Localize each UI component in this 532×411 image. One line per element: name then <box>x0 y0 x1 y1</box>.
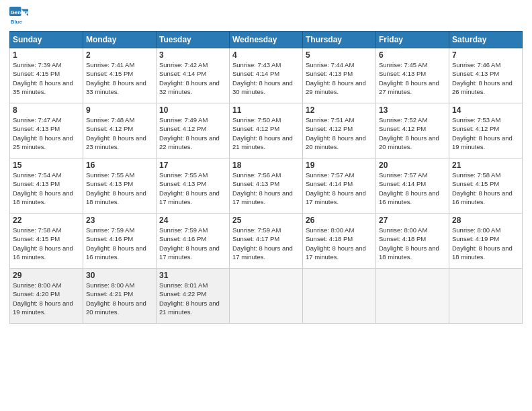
sunrise-label: Sunrise: 7:51 AM <box>306 116 354 124</box>
day-number: 28 <box>452 216 519 225</box>
sunrise-label: Sunrise: 7:57 AM <box>379 171 427 179</box>
sunrise-label: Sunrise: 8:00 AM <box>86 281 134 289</box>
sunrise-label: Sunrise: 8:00 AM <box>306 226 354 234</box>
day-number: 9 <box>86 105 153 115</box>
calendar-day-header: Thursday <box>303 32 376 48</box>
calendar-cell: 25 Sunrise: 7:59 AM Sunset: 4:17 PM Dayl… <box>230 214 303 269</box>
day-number: 25 <box>232 216 300 225</box>
sunset-label: Sunset: 4:22 PM <box>159 290 206 298</box>
daylight-label: Daylight: 8 hours and 16 minutes. <box>86 244 146 261</box>
daylight-label: Daylight: 8 hours and 19 minutes. <box>13 300 73 316</box>
sunset-label: Sunset: 4:13 PM <box>86 180 133 187</box>
day-info: Sunrise: 7:49 AM Sunset: 4:12 PM Dayligh… <box>159 116 226 151</box>
day-info: Sunrise: 8:00 AM Sunset: 4:18 PM Dayligh… <box>306 226 373 261</box>
day-number: 19 <box>306 161 373 170</box>
sunset-label: Sunset: 4:13 PM <box>232 180 279 187</box>
day-info: Sunrise: 7:39 AM Sunset: 4:15 PM Dayligh… <box>13 60 80 96</box>
calendar-cell: 8 Sunrise: 7:47 AM Sunset: 4:13 PM Dayli… <box>10 103 83 158</box>
day-info: Sunrise: 7:57 AM Sunset: 4:14 PM Dayligh… <box>379 171 446 206</box>
calendar-cell: 23 Sunrise: 7:59 AM Sunset: 4:16 PM Dayl… <box>83 214 157 269</box>
sunrise-label: Sunrise: 7:52 AM <box>379 116 427 124</box>
calendar-cell: 17 Sunrise: 7:55 AM Sunset: 4:13 PM Dayl… <box>157 158 230 214</box>
calendar-table: SundayMondayTuesdayWednesdayThursdayFrid… <box>9 31 523 324</box>
day-info: Sunrise: 7:43 AM Sunset: 4:14 PM Dayligh… <box>232 60 300 96</box>
day-info: Sunrise: 7:58 AM Sunset: 4:15 PM Dayligh… <box>452 171 519 206</box>
sunrise-label: Sunrise: 8:00 AM <box>379 226 427 234</box>
day-info: Sunrise: 7:45 AM Sunset: 4:13 PM Dayligh… <box>379 60 446 96</box>
day-number: 14 <box>452 105 519 115</box>
sunset-label: Sunset: 4:21 PM <box>86 290 133 298</box>
calendar-day-header: Saturday <box>449 32 523 48</box>
sunrise-label: Sunrise: 7:59 AM <box>159 226 208 234</box>
sunset-label: Sunset: 4:18 PM <box>306 235 353 242</box>
day-info: Sunrise: 7:59 AM Sunset: 4:16 PM Dayligh… <box>86 226 153 261</box>
calendar-cell <box>230 269 303 324</box>
sunrise-label: Sunrise: 7:57 AM <box>306 171 354 179</box>
daylight-label: Daylight: 8 hours and 29 minutes. <box>306 79 366 95</box>
sunrise-label: Sunrise: 7:59 AM <box>232 226 281 234</box>
calendar-cell: 15 Sunrise: 7:54 AM Sunset: 4:13 PM Dayl… <box>10 158 83 214</box>
sunset-label: Sunset: 4:20 PM <box>13 290 60 298</box>
daylight-label: Daylight: 8 hours and 16 minutes. <box>13 244 73 261</box>
day-info: Sunrise: 7:53 AM Sunset: 4:12 PM Dayligh… <box>452 116 519 151</box>
calendar-cell: 22 Sunrise: 7:58 AM Sunset: 4:15 PM Dayl… <box>10 214 83 269</box>
day-info: Sunrise: 7:59 AM Sunset: 4:17 PM Dayligh… <box>232 226 300 261</box>
day-number: 17 <box>159 161 226 170</box>
daylight-label: Daylight: 8 hours and 20 minutes. <box>306 134 366 150</box>
calendar-cell <box>449 269 523 324</box>
daylight-label: Daylight: 8 hours and 17 minutes. <box>306 244 366 261</box>
day-info: Sunrise: 7:44 AM Sunset: 4:13 PM Dayligh… <box>306 60 373 96</box>
day-info: Sunrise: 8:01 AM Sunset: 4:22 PM Dayligh… <box>159 281 226 316</box>
day-info: Sunrise: 7:56 AM Sunset: 4:13 PM Dayligh… <box>232 171 300 206</box>
day-info: Sunrise: 7:57 AM Sunset: 4:14 PM Dayligh… <box>306 171 373 206</box>
calendar-week-row: 15 Sunrise: 7:54 AM Sunset: 4:13 PM Dayl… <box>10 158 523 214</box>
day-info: Sunrise: 7:50 AM Sunset: 4:12 PM Dayligh… <box>232 116 300 151</box>
sunset-label: Sunset: 4:16 PM <box>159 235 206 242</box>
calendar-cell: 16 Sunrise: 7:55 AM Sunset: 4:13 PM Dayl… <box>83 158 157 214</box>
day-number: 29 <box>13 271 80 280</box>
daylight-label: Daylight: 8 hours and 17 minutes. <box>232 244 293 261</box>
calendar-cell: 24 Sunrise: 7:59 AM Sunset: 4:16 PM Dayl… <box>157 214 230 269</box>
sunrise-label: Sunrise: 7:42 AM <box>159 61 208 68</box>
day-number: 5 <box>306 50 373 60</box>
daylight-label: Daylight: 8 hours and 30 minutes. <box>232 79 293 95</box>
day-info: Sunrise: 7:59 AM Sunset: 4:16 PM Dayligh… <box>159 226 226 261</box>
day-info: Sunrise: 8:00 AM Sunset: 4:21 PM Dayligh… <box>86 281 153 316</box>
sunset-label: Sunset: 4:13 PM <box>159 180 206 187</box>
sunrise-label: Sunrise: 7:59 AM <box>86 226 134 234</box>
calendar-cell: 20 Sunrise: 7:57 AM Sunset: 4:14 PM Dayl… <box>376 158 449 214</box>
calendar-cell: 27 Sunrise: 8:00 AM Sunset: 4:18 PM Dayl… <box>376 214 449 269</box>
day-number: 13 <box>379 105 446 115</box>
daylight-label: Daylight: 8 hours and 32 minutes. <box>159 79 220 95</box>
day-info: Sunrise: 7:47 AM Sunset: 4:13 PM Dayligh… <box>13 116 80 151</box>
day-number: 26 <box>306 216 373 225</box>
day-number: 1 <box>13 50 80 60</box>
sunrise-label: Sunrise: 7:54 AM <box>13 171 61 179</box>
calendar-cell: 5 Sunrise: 7:44 AM Sunset: 4:13 PM Dayli… <box>303 48 376 103</box>
sunset-label: Sunset: 4:12 PM <box>159 125 206 132</box>
daylight-label: Daylight: 8 hours and 20 minutes. <box>379 134 439 150</box>
calendar-week-row: 1 Sunrise: 7:39 AM Sunset: 4:15 PM Dayli… <box>10 48 523 103</box>
day-info: Sunrise: 7:58 AM Sunset: 4:15 PM Dayligh… <box>13 226 80 261</box>
daylight-label: Daylight: 8 hours and 16 minutes. <box>379 189 439 205</box>
daylight-label: Daylight: 8 hours and 17 minutes. <box>159 189 220 205</box>
calendar-cell: 6 Sunrise: 7:45 AM Sunset: 4:13 PM Dayli… <box>376 48 449 103</box>
day-number: 30 <box>86 271 153 280</box>
sunset-label: Sunset: 4:13 PM <box>379 70 426 77</box>
sunset-label: Sunset: 4:15 PM <box>452 180 499 187</box>
daylight-label: Daylight: 8 hours and 26 minutes. <box>452 79 513 95</box>
day-number: 31 <box>159 271 226 280</box>
sunrise-label: Sunrise: 7:49 AM <box>159 116 208 124</box>
logo: General Blue <box>9 7 31 26</box>
calendar-cell: 9 Sunrise: 7:48 AM Sunset: 4:12 PM Dayli… <box>83 103 157 158</box>
calendar-day-header: Friday <box>376 32 449 48</box>
calendar-cell: 3 Sunrise: 7:42 AM Sunset: 4:14 PM Dayli… <box>157 48 230 103</box>
sunrise-label: Sunrise: 7:50 AM <box>232 116 281 124</box>
day-info: Sunrise: 7:55 AM Sunset: 4:13 PM Dayligh… <box>86 171 153 206</box>
sunrise-label: Sunrise: 7:48 AM <box>86 116 134 124</box>
daylight-label: Daylight: 8 hours and 16 minutes. <box>452 189 513 205</box>
calendar-cell: 19 Sunrise: 7:57 AM Sunset: 4:14 PM Dayl… <box>303 158 376 214</box>
day-number: 23 <box>86 216 153 225</box>
sunrise-label: Sunrise: 7:55 AM <box>159 171 208 179</box>
page-container: General Blue SundayMondayTuesdayWednesda… <box>0 0 532 330</box>
